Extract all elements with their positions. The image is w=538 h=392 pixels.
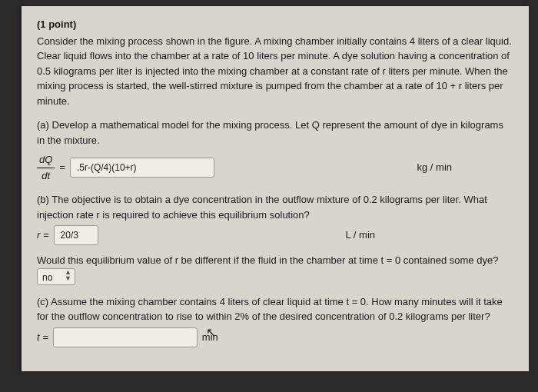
part-c-unit: min [202, 330, 218, 345]
part-b-unit: L / min [345, 228, 375, 243]
part-b-label: r = [37, 228, 49, 243]
fraction-dQdt: dQ dt [37, 152, 55, 183]
frac-num: dQ [37, 152, 55, 168]
part-b: (b) The objective is to obtain a dye con… [37, 192, 513, 285]
equals-sign: = [59, 160, 65, 175]
part-b-select[interactable]: no ▲▼ [37, 268, 75, 285]
part-a-input[interactable]: .5r-(Q/4)(10+r) [70, 158, 214, 178]
part-c: (c) Assume the mixing chamber contains 4… [37, 294, 513, 347]
points-label: (1 point) [37, 17, 513, 32]
part-b-text: (b) The objective is to obtain a dye con… [37, 192, 513, 222]
part-a: (a) Develop a mathematical model for the… [37, 118, 513, 183]
part-b-input[interactable]: 20/3 [54, 225, 98, 245]
part-c-label: t = [37, 330, 48, 345]
problem-page: (1 point) Consider the mixing process sh… [22, 6, 529, 371]
frac-den: dt [37, 168, 55, 184]
select-arrows-icon: ▲▼ [65, 269, 71, 281]
problem-statement: Consider the mixing process shown in the… [37, 34, 513, 109]
part-a-text: (a) Develop a mathematical model for the… [37, 118, 513, 148]
part-c-text: (c) Assume the mixing chamber contains 4… [37, 294, 513, 324]
part-c-input[interactable] [53, 327, 198, 347]
part-a-unit: kg / min [417, 160, 452, 175]
part-b-question2: Would this equilibrium value of r be dif… [37, 253, 513, 285]
